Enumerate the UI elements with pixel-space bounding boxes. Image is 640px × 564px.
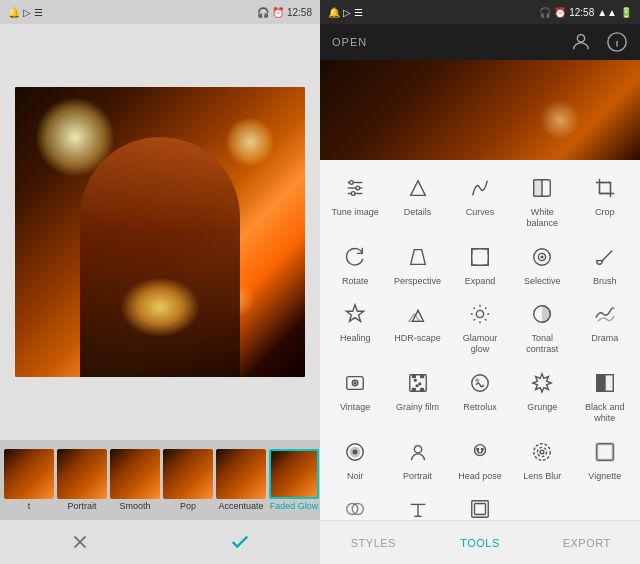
film-thumb[interactable] (57, 449, 107, 499)
tool-grainy-film[interactable]: Grainy film (390, 363, 446, 428)
tools-grid: Tune image Details Curves (320, 160, 640, 520)
glamour-glow-icon (464, 298, 496, 330)
tool-drama-label: Drama (591, 333, 618, 344)
top-toolbar: OPEN (320, 24, 640, 60)
tool-tune-image-label: Tune image (332, 207, 379, 218)
tool-head-pose-label: Head pose (458, 471, 502, 482)
portrait-icon (402, 436, 434, 468)
battery-icon-r: 🔋 (620, 7, 632, 18)
frames-icon (464, 493, 496, 520)
svg-rect-61 (474, 504, 485, 515)
grainy-film-icon (402, 367, 434, 399)
tool-crop-label: Crop (595, 207, 615, 218)
tool-selective[interactable]: Selective (514, 237, 570, 291)
svg-point-36 (418, 383, 420, 385)
tool-tune-image[interactable]: Tune image (327, 168, 383, 233)
selective-icon (526, 241, 558, 273)
volte-label: 12:58 (287, 7, 312, 18)
tool-grunge[interactable]: Grunge (514, 363, 570, 428)
tool-hdr-scape-label: HDR-scape (394, 333, 441, 344)
tool-noir-label: Noir (347, 471, 364, 482)
double-exposure-icon (339, 493, 371, 520)
svg-point-35 (414, 379, 416, 381)
tool-grainy-film-label: Grainy film (396, 402, 439, 413)
noir-icon (339, 436, 371, 468)
headphone-icon: 🎧 (257, 7, 269, 18)
tab-styles-label: STYLES (351, 537, 396, 549)
film-thumb-active[interactable] (269, 449, 319, 499)
list-item[interactable]: Portrait (57, 449, 107, 511)
tool-hdr-scape[interactable]: HDR-scape (390, 294, 446, 359)
list-item[interactable]: Pop (163, 449, 213, 511)
filter-label: Smooth (119, 501, 150, 511)
film-thumb[interactable] (110, 449, 160, 499)
tool-black-and-white[interactable]: Black and white (577, 363, 633, 428)
tool-curves[interactable]: Curves (452, 168, 508, 233)
film-thumb[interactable] (163, 449, 213, 499)
tool-white-balance[interactable]: White balance (514, 168, 570, 233)
tonal-contrast-icon (526, 298, 558, 330)
tab-tools[interactable]: TOOLS (427, 521, 534, 564)
tool-brush[interactable]: Brush (577, 237, 633, 291)
svg-rect-14 (534, 180, 542, 197)
tools-row: Noir Portrait (324, 432, 636, 486)
tool-curves-label: Curves (466, 207, 495, 218)
svg-point-29 (354, 382, 356, 384)
tool-portrait[interactable]: Portrait (390, 432, 446, 486)
hdr-scape-icon (402, 298, 434, 330)
list-item[interactable]: Accentuate (216, 449, 266, 511)
svg-point-49 (481, 448, 483, 450)
person-icon[interactable] (570, 31, 592, 53)
tool-grunge-label: Grunge (527, 402, 557, 413)
confirm-button[interactable] (220, 522, 260, 562)
tool-tonal-contrast[interactable]: Tonal contrast (514, 294, 570, 359)
tool-frames[interactable]: Frames (452, 489, 508, 520)
tool-text[interactable]: Text (390, 489, 446, 520)
brush-icon (589, 241, 621, 273)
person-silhouette (80, 137, 240, 377)
list-item[interactable]: Faded Glow (269, 449, 319, 511)
film-thumb[interactable] (4, 449, 54, 499)
svg-rect-15 (599, 183, 610, 194)
black-and-white-icon (589, 367, 621, 399)
headphone-icon-r: 🎧 (539, 7, 551, 18)
info-icon[interactable] (606, 31, 628, 53)
tool-drama[interactable]: Drama (577, 294, 633, 359)
film-thumb[interactable] (216, 449, 266, 499)
tool-head-pose[interactable]: Head pose (452, 432, 508, 486)
tool-black-white-label: Black and white (579, 402, 631, 424)
retrolux-icon (464, 367, 496, 399)
tool-white-balance-label: White balance (516, 207, 568, 229)
tool-glamour-glow[interactable]: Glamour glow (452, 294, 508, 359)
tool-brush-label: Brush (593, 276, 617, 287)
svg-marker-12 (410, 181, 425, 196)
signal-icon-r: ▲▲ (597, 7, 617, 18)
tool-perspective[interactable]: Perspective (390, 237, 446, 291)
tool-vignette[interactable]: Vignette (577, 432, 633, 486)
tool-expand[interactable]: Expand (452, 237, 508, 291)
svg-point-51 (538, 447, 547, 456)
status-right-info: 🎧 ⏰ 12:58 (257, 7, 312, 18)
notification-icon-r: 🔔 (328, 7, 340, 18)
tool-lens-blur[interactable]: Lens Blur (514, 432, 570, 486)
svg-rect-42 (605, 375, 613, 392)
tool-details[interactable]: Details (390, 168, 446, 233)
vignette-icon (589, 436, 621, 468)
tool-rotate[interactable]: Rotate (327, 237, 383, 291)
tool-noir[interactable]: Noir (327, 432, 383, 486)
tool-healing[interactable]: Healing (327, 294, 383, 359)
tool-crop[interactable]: Crop (577, 168, 633, 233)
hand-lights (120, 277, 200, 337)
tool-vintage[interactable]: Vintage (327, 363, 383, 428)
list-item[interactable]: Smooth (110, 449, 160, 511)
svg-point-50 (534, 443, 551, 460)
tool-retrolux[interactable]: Retrolux (452, 363, 508, 428)
tab-export[interactable]: EXPORT (533, 521, 640, 564)
svg-point-45 (353, 450, 357, 454)
cancel-button[interactable] (60, 522, 100, 562)
text-icon (402, 493, 434, 520)
tab-styles[interactable]: STYLES (320, 521, 427, 564)
list-item[interactable]: t (4, 449, 54, 511)
tool-double-exposure[interactable]: Double Exposure (327, 489, 383, 520)
svg-point-38 (472, 375, 489, 392)
